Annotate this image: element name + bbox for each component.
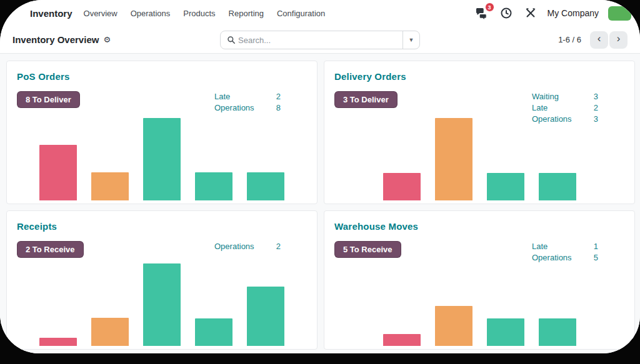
- search-dropdown-toggle[interactable]: ▼: [402, 31, 419, 49]
- stat-operations[interactable]: Operations 8: [214, 102, 281, 114]
- stat-label: Late: [214, 91, 230, 102]
- messages-icon[interactable]: 3: [474, 6, 489, 21]
- main-menu: Overview Operations Products Reporting C…: [84, 9, 326, 18]
- app-window: Inventory Overview Operations Products R…: [0, 0, 640, 353]
- caret-down-icon: ▼: [409, 37, 414, 43]
- stat-late[interactable]: Late 2: [214, 91, 281, 102]
- user-avatar[interactable]: [608, 6, 631, 21]
- stat-value: 8: [276, 102, 281, 114]
- clock-glyph: [500, 7, 512, 19]
- to-receive-button[interactable]: 5 To Receive: [334, 241, 401, 258]
- stat-label: Late: [532, 241, 548, 252]
- mini-bar-chart: [7, 263, 317, 346]
- menu-item-overview[interactable]: Overview: [84, 9, 118, 18]
- pager: 1-6 / 6 ‹ ›: [558, 31, 628, 49]
- card-title[interactable]: PoS Orders: [17, 71, 307, 82]
- stat-label: Late: [532, 102, 548, 114]
- card-title[interactable]: Receipts: [17, 221, 307, 232]
- chart-bar[interactable]: [195, 318, 232, 346]
- page-title: Inventory Overview: [12, 34, 99, 45]
- app-menu-inventory[interactable]: Inventory: [30, 8, 72, 19]
- chart-bar[interactable]: [195, 172, 232, 200]
- chart-bar[interactable]: [487, 173, 524, 200]
- chart-bar[interactable]: [435, 306, 472, 346]
- to-receive-button[interactable]: 2 To Receive: [17, 241, 84, 258]
- stat-value: 1: [594, 241, 598, 252]
- card-warehouse-moves: Warehouse Moves 5 To Receive Late 1 Oper…: [324, 210, 635, 350]
- chart-bar[interactable]: [143, 263, 181, 346]
- tools-icon[interactable]: [523, 6, 538, 21]
- stat-label: Waiting: [532, 91, 559, 102]
- pager-range: 1-6 / 6: [558, 35, 581, 44]
- card-title[interactable]: Warehouse Moves: [334, 221, 624, 232]
- stat-value: 2: [276, 241, 281, 252]
- card-action-row: 2 To Receive Operations 2: [17, 241, 307, 258]
- chart-bar[interactable]: [39, 145, 77, 200]
- chart-bar[interactable]: [539, 318, 576, 346]
- card-stats: Operations 2: [214, 241, 281, 252]
- card-action-row: 5 To Receive Late 1 Operations 5: [334, 241, 624, 263]
- breadcrumb: Inventory Overview ⚙: [12, 34, 111, 45]
- dashboard-grid: PoS Orders 8 To Deliver Late 2 Operation…: [6, 61, 635, 350]
- company-switcher[interactable]: My Company: [548, 8, 599, 18]
- to-deliver-button[interactable]: 3 To Deliver: [334, 91, 398, 108]
- stat-waiting[interactable]: Waiting 3: [532, 91, 598, 102]
- chart-bar[interactable]: [383, 334, 421, 346]
- mini-bar-chart: [324, 306, 634, 346]
- card-stats: Late 2 Operations 8: [214, 91, 281, 114]
- mini-bar-chart: [324, 118, 634, 200]
- navbar-systray: 3 My Company: [474, 6, 631, 21]
- gear-icon[interactable]: ⚙: [103, 36, 111, 44]
- menu-item-products[interactable]: Products: [183, 9, 215, 18]
- card-stats: Late 1 Operations 5: [532, 241, 598, 263]
- menu-item-reporting[interactable]: Reporting: [229, 9, 264, 18]
- search-box: ▼: [220, 31, 420, 49]
- top-navbar: Inventory Overview Operations Products R…: [0, 0, 640, 26]
- stat-label: Operations: [214, 241, 254, 252]
- stat-operations[interactable]: Operations 2: [214, 241, 281, 252]
- menu-item-configuration[interactable]: Configuration: [277, 9, 325, 18]
- menu-item-operations[interactable]: Operations: [131, 9, 171, 18]
- chart-bar[interactable]: [487, 318, 524, 346]
- card-receipts: Receipts 2 To Receive Operations 2: [6, 210, 318, 350]
- stat-label: Operations: [532, 252, 572, 263]
- stat-value: 2: [276, 91, 281, 102]
- card-pos-orders: PoS Orders 8 To Deliver Late 2 Operation…: [6, 61, 318, 204]
- chart-bar[interactable]: [383, 173, 421, 200]
- stat-label: Operations: [214, 102, 254, 114]
- chart-bar[interactable]: [435, 118, 472, 200]
- mini-bar-chart: [7, 118, 317, 200]
- chart-bar[interactable]: [143, 118, 181, 200]
- chart-bar[interactable]: [247, 287, 284, 346]
- chart-bar[interactable]: [91, 172, 129, 200]
- chart-bar[interactable]: [39, 338, 77, 346]
- card-delivery-orders: Delivery Orders 3 To Deliver Waiting 3 L…: [324, 61, 635, 204]
- crossed-tools-glyph: [524, 7, 537, 19]
- dashboard-content: PoS Orders 8 To Deliver Late 2 Operation…: [0, 54, 640, 353]
- chart-bar[interactable]: [247, 172, 284, 200]
- chevron-right-icon: ›: [617, 32, 621, 45]
- chart-bar[interactable]: [91, 318, 129, 346]
- search-input[interactable]: [238, 36, 402, 45]
- stat-late[interactable]: Late 2: [532, 102, 598, 114]
- control-panel: Inventory Overview ⚙ ▼ 1-6 / 6 ‹ ›: [0, 26, 640, 54]
- card-title[interactable]: Delivery Orders: [334, 71, 624, 82]
- search-icon: [221, 36, 238, 44]
- stat-value: 5: [594, 252, 598, 263]
- stat-operations[interactable]: Operations 5: [532, 252, 598, 263]
- to-deliver-button[interactable]: 8 To Deliver: [17, 91, 80, 108]
- card-action-row: 8 To Deliver Late 2 Operations 8: [17, 91, 307, 114]
- activities-clock-icon[interactable]: [499, 6, 514, 21]
- stat-value: 2: [594, 102, 598, 114]
- messages-count-badge: 3: [485, 2, 494, 12]
- stat-late[interactable]: Late 1: [532, 241, 598, 252]
- pager-next-button[interactable]: ›: [609, 31, 628, 49]
- pager-previous-button[interactable]: ‹: [590, 31, 608, 49]
- stat-value: 3: [594, 91, 598, 102]
- chevron-left-icon: ‹: [598, 32, 601, 45]
- chart-bar[interactable]: [539, 173, 576, 200]
